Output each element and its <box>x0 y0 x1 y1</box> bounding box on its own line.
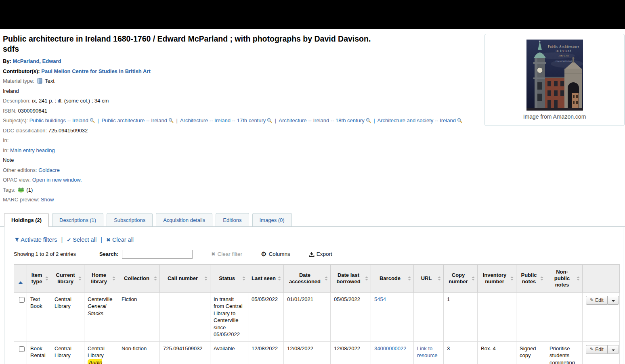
item-type-cell: Text Book <box>27 292 51 341</box>
search-magnifier-icon[interactable] <box>90 118 95 123</box>
column-header-current-library[interactable]: Current library <box>51 264 84 292</box>
search-magnifier-icon[interactable] <box>366 118 371 123</box>
sort-icon <box>325 276 328 280</box>
column-header-select[interactable] <box>14 264 27 292</box>
search-magnifier-icon[interactable] <box>267 118 272 123</box>
sort-icon <box>577 276 580 280</box>
barcode-cell: 5454 <box>371 292 414 341</box>
column-header-collection[interactable]: Collection <box>118 264 160 292</box>
resource-link[interactable]: Link to resource <box>417 345 438 359</box>
column-header-actions <box>583 264 620 292</box>
sort-icon <box>45 276 48 280</box>
inventory-number-cell: Box. 4 <box>478 341 516 364</box>
row-select-cell <box>14 292 27 341</box>
author-link[interactable]: McParland, Edward <box>13 58 61 64</box>
sort-icon <box>510 276 514 280</box>
contributors-line: Contributor(s): Paul Mellon Centre for S… <box>3 68 480 75</box>
cover-years: 1680-1760 <box>558 54 569 57</box>
tab-holdings[interactable]: Holdings (2) <box>4 213 49 227</box>
date-accessioned-cell: 12/08/2022 <box>284 341 331 364</box>
cover-author: Edward McParland <box>555 60 572 63</box>
date-last-borrowed-cell: 05/05/2022 <box>331 292 371 341</box>
in-label: In: <box>3 137 8 143</box>
column-header-call-number[interactable]: Call number <box>160 264 210 292</box>
barcode-link[interactable]: 5454 <box>374 296 386 302</box>
edit-dropdown-button[interactable] <box>608 345 619 354</box>
column-header-last-seen[interactable]: Last seen <box>248 264 284 292</box>
tab-acquisition-details[interactable]: Acquisition details <box>156 213 212 226</box>
activate-filters-link[interactable]: Activate filters <box>15 236 57 243</box>
subject-link[interactable]: Public architecture -- Ireland <box>101 117 167 123</box>
tab-descriptions[interactable]: Descriptions (1) <box>52 213 103 226</box>
url-cell: Link to resource <box>414 341 444 364</box>
column-header-item-type[interactable]: Item type <box>27 264 51 292</box>
tab-editions[interactable]: Editions <box>216 213 249 226</box>
tab-subscriptions[interactable]: Subscriptions <box>107 213 153 226</box>
sort-icon <box>278 276 281 280</box>
country-value: Ireland <box>3 88 19 94</box>
column-header-date-accessioned[interactable]: Date accessioned <box>284 264 331 292</box>
call-number-cell: 725.0941509032 <box>160 341 210 364</box>
clear-filter-button[interactable]: ✖ Clear filter <box>211 251 242 257</box>
barcode-link[interactable]: 34000000022 <box>374 345 407 351</box>
column-header-copy-number[interactable]: Copy number <box>444 264 478 292</box>
separator: | <box>275 117 276 123</box>
book-icon <box>37 78 42 84</box>
opac-view-link[interactable]: Open in new window. <box>32 177 82 183</box>
edit-button[interactable]: ✎Edit <box>586 345 608 354</box>
x-icon: ✖ <box>211 251 216 257</box>
search-magnifier-icon[interactable] <box>168 118 174 123</box>
barcode-cell: 34000000022 <box>371 341 414 364</box>
material-type-label: Material type: <box>3 78 34 84</box>
select-all-link[interactable]: ✔ Select all <box>67 236 96 243</box>
marc-preview-label: MARC preview: <box>3 197 39 203</box>
column-header-status[interactable]: Status <box>210 264 248 292</box>
row-checkbox[interactable] <box>19 297 25 303</box>
funnel-icon <box>15 237 19 242</box>
tags-count: (1) <box>26 187 33 193</box>
table-row: Book Rental Central Library Central Libr… <box>14 341 620 364</box>
separator: | <box>97 117 99 123</box>
marc-preview-show-link[interactable]: Show <box>41 197 54 203</box>
column-header-public-notes[interactable]: Public notes <box>516 264 546 292</box>
subjects-line: Subject(s): Public buildings -- Ireland … <box>3 117 480 124</box>
edit-split-button: ✎Edit <box>586 345 619 354</box>
by-label: By: <box>3 58 11 64</box>
sort-icon <box>78 276 82 280</box>
edit-button[interactable]: ✎Edit <box>586 296 608 305</box>
column-header-date-last-borrowed[interactable]: Date last borrowed <box>331 264 371 292</box>
showing-entries-text: Showing 1 to 2 of 2 entries <box>14 251 76 257</box>
clear-all-link[interactable]: ✖ Clear all <box>106 236 134 243</box>
material-type-line: Material type: Text <box>3 78 480 84</box>
column-header-inventory-number[interactable]: Inventory number <box>478 264 516 292</box>
tab-images[interactable]: Images (0) <box>252 213 292 226</box>
ddc-value: 725.0941509032 <box>48 128 88 134</box>
columns-button[interactable]: ⚙ Columns <box>261 251 290 257</box>
isbn-line: ISBN: 0300090641 <box>3 108 480 114</box>
subject-link[interactable]: Public buildings -- Ireland <box>29 117 88 123</box>
title-suffix: sdfs <box>3 44 19 53</box>
subject-link[interactable]: Architecture -- Ireland -- 17th century <box>180 117 266 123</box>
material-type-value: Text <box>45 78 55 84</box>
copy-number-cell: 1 <box>444 292 478 341</box>
pencil-icon: ✎ <box>590 297 594 303</box>
column-header-url[interactable]: URL <box>414 264 444 292</box>
column-header-non-public-notes[interactable]: Non-public notes <box>546 264 583 292</box>
subject-link[interactable]: Architecture and society -- Ireland <box>378 117 456 123</box>
row-checkbox[interactable] <box>19 346 25 352</box>
subject-link[interactable]: Architecture -- Ireland -- 18th century <box>279 117 364 123</box>
search-magnifier-icon[interactable] <box>457 118 462 123</box>
last-seen-cell: 12/08/2022 <box>248 341 284 364</box>
edit-dropdown-button[interactable] <box>608 296 619 305</box>
search-input[interactable] <box>122 250 193 259</box>
export-button[interactable]: Export <box>309 251 332 257</box>
other-editions-link[interactable]: Goldacre <box>38 167 60 173</box>
main-entry-heading-link[interactable]: Main entry heading <box>10 147 55 153</box>
actions-cell: ✎Edit <box>583 292 620 341</box>
sort-icon <box>204 276 208 280</box>
contributor-link[interactable]: Paul Mellon Centre for Studies in Britis… <box>41 68 150 74</box>
column-header-home-library[interactable]: Home library <box>84 264 118 292</box>
table-controls-row: Showing 1 to 2 of 2 entries Search: ✖ Cl… <box>14 250 618 259</box>
page-title: Public architecture in Ireland 1680-1760… <box>3 34 459 54</box>
column-header-barcode[interactable]: Barcode <box>371 264 414 292</box>
